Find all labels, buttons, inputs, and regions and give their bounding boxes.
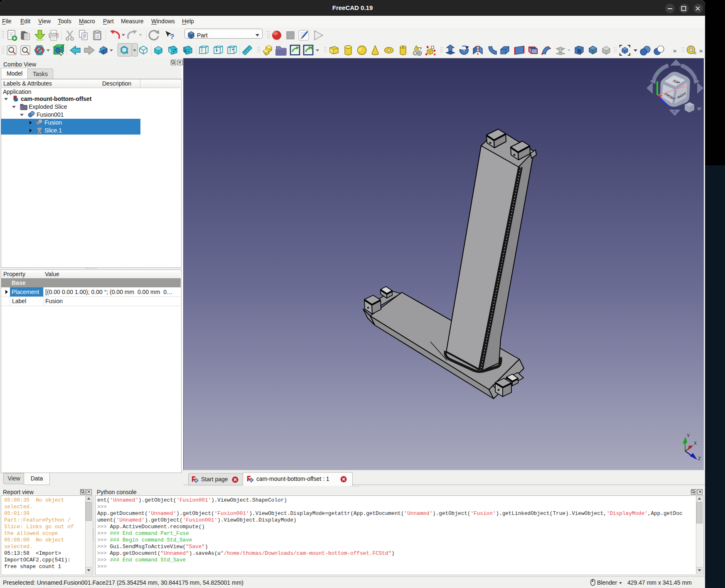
svg-text:Z: Z bbox=[698, 456, 701, 461]
svg-text:Fusion001: Fusion001 bbox=[37, 111, 64, 118]
svg-text:Part: Part bbox=[197, 32, 208, 39]
svg-text:cam-mount-bottom-offset: cam-mount-bottom-offset bbox=[21, 96, 92, 102]
svg-text:X: X bbox=[694, 441, 697, 446]
svg-text:Z: Z bbox=[673, 108, 676, 113]
svg-text:X: X bbox=[686, 84, 689, 89]
svg-text:Y: Y bbox=[656, 71, 659, 76]
svg-text:»: » bbox=[699, 47, 703, 54]
svg-text:Y: Y bbox=[687, 433, 690, 438]
svg-text:Fusion: Fusion bbox=[44, 119, 62, 126]
svg-text:?: ? bbox=[170, 33, 174, 41]
svg-text:Slice.1: Slice.1 bbox=[44, 127, 62, 134]
svg-text:F: F bbox=[591, 48, 595, 55]
svg-text:Exploded Slice: Exploded Slice bbox=[29, 103, 67, 110]
svg-text:»: » bbox=[673, 47, 676, 54]
